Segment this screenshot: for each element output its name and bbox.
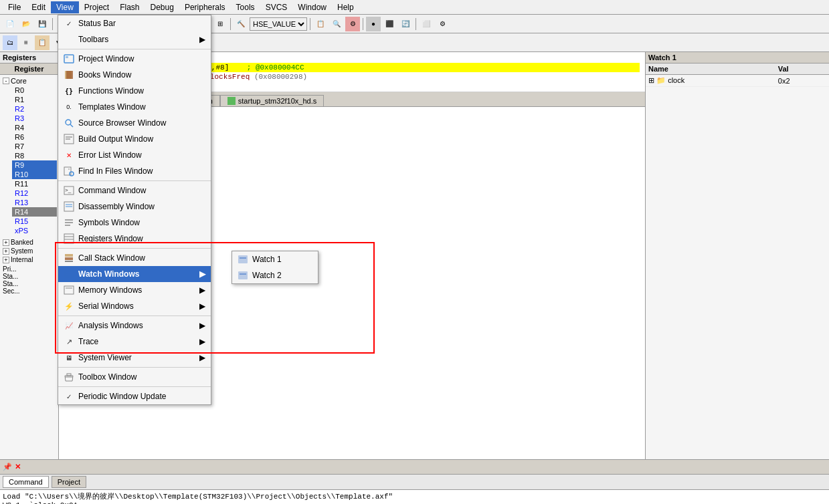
- menu-window[interactable]: Window: [292, 1, 332, 13]
- command-tab[interactable]: Command: [3, 476, 49, 488]
- reg-r15[interactable]: R15: [12, 217, 57, 226]
- menu-item-error-list[interactable]: ✕ Error List Window: [58, 147, 211, 163]
- menu-help[interactable]: Help: [332, 1, 359, 13]
- menu-flash[interactable]: Flash: [114, 1, 145, 13]
- menu-item-system-viewer[interactable]: 🖥 System Viewer ▶: [58, 350, 211, 366]
- menu-item-serial-windows[interactable]: ⚡ Serial Windows ▶: [58, 298, 211, 314]
- menu-edit[interactable]: Edit: [26, 1, 51, 13]
- reg-r6[interactable]: R6: [12, 132, 57, 142]
- menu-item-watch-windows[interactable]: Watch Windows ▶: [58, 266, 211, 282]
- close-status-icon[interactable]: ✕: [15, 463, 21, 471]
- reg-r9[interactable]: R9: [12, 160, 57, 170]
- menu-svcs[interactable]: SVCS: [260, 1, 293, 13]
- svg-point-10: [70, 172, 74, 176]
- reg-r10[interactable]: R10: [12, 170, 57, 179]
- target-select[interactable]: HSE_VALUE: [250, 17, 307, 31]
- menu-item-books-window[interactable]: Books Window: [58, 67, 211, 83]
- banked-expand[interactable]: +: [3, 239, 9, 246]
- menu-view[interactable]: View: [51, 1, 79, 13]
- svg-rect-26: [64, 270, 74, 278]
- stop-btn[interactable]: ⬛: [382, 17, 397, 31]
- menu-debug[interactable]: Debug: [145, 1, 179, 13]
- command-area: Command Project Load "C:\\Users\\境界的彼岸\\…: [0, 474, 829, 504]
- templates-window-icon: 0.: [64, 102, 74, 112]
- menu-label-source-browser: Source Browser Window: [78, 118, 166, 128]
- tb2-btn3[interactable]: 📋: [35, 35, 50, 50]
- system-expand[interactable]: +: [3, 248, 9, 255]
- system-group: + System: [1, 247, 57, 255]
- menu-item-templates-window[interactable]: 0. Templates Window: [58, 99, 211, 115]
- menu-item-command-window[interactable]: >_ Command Window: [58, 182, 211, 199]
- menu-item-disassembly[interactable]: Disassembly Window: [58, 199, 211, 215]
- chip-btn[interactable]: ⬜: [419, 17, 434, 31]
- reg-r13[interactable]: R13: [12, 198, 57, 207]
- menu-project[interactable]: Project: [79, 1, 114, 13]
- reg-r12[interactable]: R12: [12, 188, 57, 198]
- submenu-watch2[interactable]: Watch 2: [232, 267, 318, 283]
- reg-r11[interactable]: R11: [12, 179, 57, 188]
- menu-item-trace[interactable]: ↗ Trace ▶: [58, 334, 211, 350]
- menu-item-registers-window[interactable]: Registers Window: [58, 231, 211, 247]
- reg-r2[interactable]: R2: [12, 104, 57, 114]
- menu-file[interactable]: File: [3, 1, 26, 13]
- misc-labels: Pri... Sta... Sta... Sec...: [1, 264, 57, 296]
- reg-r4[interactable]: R4: [12, 123, 57, 132]
- core-label: Core: [11, 77, 27, 85]
- reg-r7[interactable]: R7: [12, 142, 57, 151]
- watch-panel-title: Watch 1: [646, 52, 829, 64]
- menu-item-call-stack[interactable]: Call Stack Window: [58, 250, 211, 266]
- internal-expand[interactable]: +: [3, 257, 9, 263]
- right-panel: Watch 1 Name Val ⊞ 📁 clock 0x2: [645, 52, 829, 459]
- menu-item-toolbox[interactable]: Toolbox Window: [58, 369, 211, 385]
- tb2-btn1[interactable]: 🗂: [3, 35, 17, 50]
- core-expand[interactable]: -: [3, 78, 9, 84]
- svg-rect-1: [66, 56, 68, 58]
- menu-item-find-in-files[interactable]: Find In Files Window: [58, 163, 211, 179]
- system-viewer-icon: 🖥: [64, 352, 74, 363]
- menu-item-toolbars[interactable]: Toolbars ▶: [58, 31, 211, 47]
- watch-row-0-val: 0x2: [775, 75, 829, 87]
- menu-item-symbols[interactable]: Symbols Window: [58, 215, 211, 231]
- align-justify[interactable]: ⊞: [213, 17, 227, 31]
- open-btn[interactable]: 📂: [19, 17, 33, 31]
- submenu-watch1[interactable]: Watch 1: [232, 251, 318, 267]
- menu-item-memory-windows[interactable]: Memory Windows ▶: [58, 282, 211, 298]
- command-output[interactable]: Load "C:\\Users\\境界的彼岸\\Desktop\\Templat…: [0, 490, 829, 504]
- settings2-btn[interactable]: ⚙: [435, 17, 450, 31]
- copy-btn[interactable]: 📋: [313, 17, 328, 31]
- build-btn[interactable]: 🔨: [234, 17, 248, 31]
- menu-peripherals[interactable]: Peripherals: [179, 1, 231, 13]
- restart-btn[interactable]: 🔄: [398, 17, 413, 31]
- menu-item-periodic[interactable]: ✓ Periodic Window Update: [58, 388, 211, 404]
- watch-table: Name Val ⊞ 📁 clock 0x2: [646, 64, 829, 87]
- project-tab[interactable]: Project: [52, 476, 86, 488]
- serial-windows-arrow: ▶: [199, 301, 205, 311]
- reg-r3[interactable]: R3: [12, 114, 57, 123]
- reg-r14[interactable]: R14: [12, 207, 57, 217]
- watch-expand-icon[interactable]: ⊞: [648, 76, 654, 84]
- new-file-btn[interactable]: 📄: [3, 17, 17, 31]
- menu-sep-2: [58, 180, 211, 181]
- svg-line-5: [70, 124, 73, 127]
- tb2-btn2[interactable]: ≡: [19, 35, 33, 50]
- save-btn[interactable]: 💾: [35, 17, 50, 31]
- menu-item-analysis-windows[interactable]: 📈 Analysis Windows ▶: [58, 318, 211, 334]
- registers-title-text: Registers: [3, 53, 36, 61]
- menu-item-functions-window[interactable]: {} Functions Window: [58, 83, 211, 99]
- menu-item-project-window[interactable]: Project Window: [58, 51, 211, 67]
- menu-item-status-bar[interactable]: ✓ Status Bar: [58, 15, 211, 31]
- menu-item-source-browser[interactable]: Source Browser Window: [58, 115, 211, 131]
- pin-icon[interactable]: 📌: [3, 463, 12, 471]
- watch-row-0: ⊞ 📁 clock 0x2: [646, 75, 829, 87]
- reg-r1[interactable]: R1: [12, 95, 57, 104]
- reg-r8[interactable]: R8: [12, 151, 57, 160]
- reg-r0[interactable]: R0: [12, 86, 57, 95]
- find-btn[interactable]: 🔍: [329, 17, 344, 31]
- reg-xps[interactable]: xPS: [12, 226, 57, 235]
- books-window-icon: [64, 70, 74, 80]
- run-btn[interactable]: ●: [366, 17, 381, 31]
- menu-tools[interactable]: Tools: [231, 1, 260, 13]
- tab-startup[interactable]: startup_stm32f10x_hd.s: [220, 95, 324, 106]
- settings-btn[interactable]: ⚙: [345, 17, 360, 31]
- menu-item-build-output[interactable]: Build Output Window: [58, 131, 211, 147]
